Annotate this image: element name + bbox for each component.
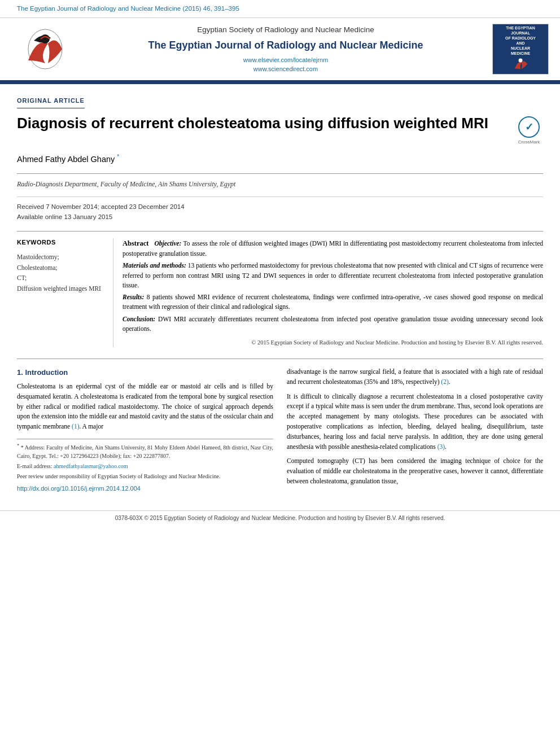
right-para1: disadvantage is the narrow surgical fiel… <box>287 367 543 387</box>
dates: Received 7 November 2014; accepted 23 De… <box>17 202 543 222</box>
bottom-bar-text: 0378-603X © 2015 Egyptian Society of Rad… <box>115 515 445 521</box>
author-sup: * <box>117 154 119 160</box>
journal-urls: www.elsevier.com/locate/ejrnm www.scienc… <box>85 56 487 74</box>
abstract-conclusion: Conclusion: DWI MRI accurately different… <box>123 314 543 334</box>
doi-link[interactable]: http://dx.doi.org/10.1016/j.ejrnm.2014.1… <box>17 484 273 493</box>
right-para2: It is difficult to clinically diagnose a… <box>287 392 543 452</box>
footnote-email-link[interactable]: ahmedfathyalasmar@yahoo.com <box>54 463 128 469</box>
keyword-2: Cholesteatoma; <box>17 263 104 273</box>
objective-text: To assess the role of diffusion weighted… <box>123 240 543 257</box>
right-para3: Computed tomography (CT) has been consid… <box>287 456 543 486</box>
intro-heading: 1. Introduction <box>17 367 273 378</box>
separator-1 <box>17 173 543 174</box>
ref-2[interactable]: (2) <box>441 378 448 385</box>
separator-3 <box>17 359 543 359</box>
body-right-col: disadvantage is the narrow surgical fiel… <box>287 367 543 494</box>
authors-line: Ahmed Fathy Abdel Ghany * <box>17 153 543 165</box>
keywords-column: KEYWORDS Mastoidectomy; Cholesteatoma; C… <box>17 238 113 347</box>
logo-right: THE EGYPTIANJOURNALOF RADIOLOGYANDNUCLEA… <box>492 24 549 75</box>
conclusion-label: Conclusion: <box>123 316 155 322</box>
intro-para1: Cholesteatoma is an epidermal cyst of th… <box>17 382 273 432</box>
keyword-4: Diffusion weighted images MRI <box>17 283 104 294</box>
keywords-title: KEYWORDS <box>17 238 104 247</box>
results-text: 8 patients showed MRI evidence of recurr… <box>123 294 543 310</box>
svg-point-2 <box>519 58 523 62</box>
abstract-header: Abstract Objective: To assess the role o… <box>123 238 543 259</box>
author-name: Ahmed Fathy Abdel Ghany <box>17 155 115 164</box>
abstract-title: Abstract <box>123 239 149 247</box>
crossmark-label: CrossMark <box>515 139 543 146</box>
article-type: ORIGINAL ARTICLE <box>17 97 85 108</box>
article-title-row: Diagnosis of recurrent cholesteatoma usi… <box>17 114 543 146</box>
journal-header: Egyptian Society of Radiology and Nuclea… <box>0 18 560 82</box>
main-content: ORIGINAL ARTICLE Diagnosis of recurrent … <box>0 84 560 505</box>
abstract-materials: Materials and methods: 13 patients who p… <box>123 261 543 290</box>
journal-reference-link[interactable]: The Egyptian Journal of Radiology and Nu… <box>17 5 239 12</box>
crossmark-badge: ✓ CrossMark <box>515 116 543 146</box>
top-link-bar: The Egyptian Journal of Radiology and Nu… <box>0 0 560 18</box>
objective-label: Objective: <box>155 240 182 247</box>
ref-1[interactable]: (1) <box>72 423 79 430</box>
logo-left <box>11 24 79 75</box>
footnote-section: * * Address: Faculty of Medicine, Ain Sh… <box>17 439 273 480</box>
keywords-abstract-section: KEYWORDS Mastoidectomy; Cholesteatoma; C… <box>17 231 543 347</box>
materials-label: Materials and methods: <box>123 262 186 269</box>
logo-left-svg <box>17 27 73 72</box>
conclusion-text: DWI MRI accurately differentiates recurr… <box>123 316 543 332</box>
logo-right-eagle <box>510 56 531 71</box>
svg-point-1 <box>41 34 50 43</box>
footnote-star: * * Address: Faculty of Medicine, Ain Sh… <box>17 443 273 460</box>
journal-center-info: Egyptian Society of Radiology and Nuclea… <box>79 24 492 74</box>
url1: www.elsevier.com/locate/ejrnm <box>85 56 487 65</box>
logo-right-inner: THE EGYPTIANJOURNALOF RADIOLOGYANDNUCLEA… <box>503 24 538 75</box>
ref-3[interactable]: (3) <box>438 443 445 450</box>
keyword-3: CT; <box>17 273 104 283</box>
abstract-results: Results: 8 patients showed MRI evidence … <box>123 292 543 312</box>
footnote-email: E-mail address: ahmedfathyalasmar@yahoo.… <box>17 462 273 470</box>
received-date: Received 7 November 2014; accepted 23 De… <box>17 202 543 212</box>
body-two-col: 1. Introduction Cholesteatoma is an epid… <box>17 367 543 494</box>
article-title: Diagnosis of recurrent cholesteatoma usi… <box>17 114 509 133</box>
keywords-list: Mastoidectomy; Cholesteatoma; CT; Diffus… <box>17 252 104 294</box>
url2: www.sciencedirect.com <box>85 65 487 74</box>
abstract-column: Abstract Objective: To assess the role o… <box>113 238 543 347</box>
journal-title: The Egyptian Journal of Radiology and Nu… <box>85 38 487 53</box>
society-name: Egyptian Society of Radiology and Nuclea… <box>85 24 487 36</box>
separator-2 <box>17 196 543 197</box>
footnote-peer-review: Peer review under responsibility of Egyp… <box>17 472 273 480</box>
results-label: Results: <box>123 294 144 300</box>
abstract-copyright: © 2015 Egyptian Society of Radiology and… <box>123 338 543 347</box>
affiliation: Radio-Diagnosis Department, Faculty of M… <box>17 180 543 189</box>
available-date: Available online 13 January 2015 <box>17 212 543 222</box>
body-left-col: 1. Introduction Cholesteatoma is an epid… <box>17 367 273 494</box>
bottom-bar: 0378-603X © 2015 Egyptian Society of Rad… <box>0 510 560 526</box>
crossmark-icon: ✓ <box>518 116 540 138</box>
keyword-1: Mastoidectomy; <box>17 252 104 262</box>
